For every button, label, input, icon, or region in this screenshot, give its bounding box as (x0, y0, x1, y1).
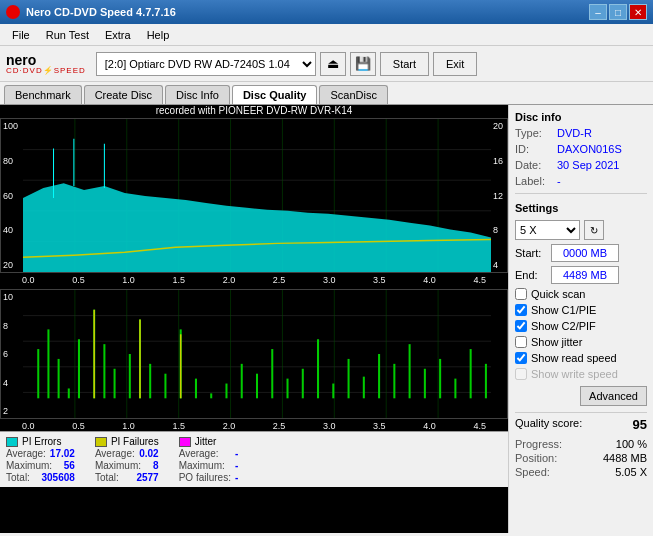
jitter-max: Maximum: - (179, 460, 239, 471)
pi-failures-total: Total: 2577 (95, 472, 159, 483)
progress-value: 100 % (616, 438, 647, 450)
top-chart-x-axis: 0.0 0.5 1.0 1.5 2.0 2.5 3.0 3.5 4.0 4.5 (0, 274, 508, 285)
quality-score-row: Quality score: 95 (515, 412, 647, 432)
start-field-label: Start: (515, 247, 547, 259)
y-bottom-6: 6 (3, 349, 21, 359)
quick-scan-row: Quick scan (515, 288, 647, 300)
disc-type-row: Type: DVD-R (515, 127, 647, 139)
minimize-button[interactable]: – (589, 4, 607, 20)
bottom-chart-y-right-spacer (491, 290, 507, 418)
bottom-chart-y-left: 10 8 6 4 2 (1, 290, 23, 418)
date-value: 30 Sep 2021 (557, 159, 619, 171)
menu-run-test[interactable]: Run Test (38, 27, 97, 43)
y-label-60: 60 (3, 191, 21, 201)
show-jitter-checkbox[interactable] (515, 336, 527, 348)
app-icon (6, 5, 20, 19)
show-write-speed-row: Show write speed (515, 368, 647, 380)
position-label: Position: (515, 452, 557, 464)
show-c1-pie-label: Show C1/PIE (531, 304, 596, 316)
y-label-20: 20 (3, 260, 21, 270)
logo-sub: CD·DVD⚡SPEED (6, 67, 86, 75)
y-bottom-8: 8 (3, 321, 21, 331)
jitter-po: PO failures: - (179, 472, 239, 483)
show-jitter-label: Show jitter (531, 336, 582, 348)
top-chart-svg (23, 119, 491, 272)
tab-create-disc[interactable]: Create Disc (84, 85, 163, 104)
quality-score-value: 95 (633, 417, 647, 432)
chart-title: recorded with PIONEER DVD-RW DVR-K14 (0, 105, 508, 116)
quick-scan-checkbox[interactable] (515, 288, 527, 300)
menu-help[interactable]: Help (139, 27, 178, 43)
maximize-button[interactable]: □ (609, 4, 627, 20)
tab-benchmark[interactable]: Benchmark (4, 85, 82, 104)
start-input[interactable] (551, 244, 619, 262)
type-label: Type: (515, 127, 553, 139)
tab-disc-info[interactable]: Disc Info (165, 85, 230, 104)
end-input[interactable] (551, 266, 619, 284)
show-c1-pie-checkbox[interactable] (515, 304, 527, 316)
disc-info-title: Disc info (515, 111, 647, 123)
legend-pi-errors-header: PI Errors (6, 436, 75, 447)
close-button[interactable]: ✕ (629, 4, 647, 20)
logo-nero: nero (6, 53, 36, 67)
show-c2-pif-checkbox[interactable] (515, 320, 527, 332)
save-icon-button[interactable]: 💾 (350, 52, 376, 76)
chart-container: recorded with PIONEER DVD-RW DVR-K14 100… (0, 105, 508, 533)
end-field-row: End: (515, 266, 647, 284)
eject-icon-button[interactable]: ⏏ (320, 52, 346, 76)
menu-bar: File Run Test Extra Help (0, 24, 653, 46)
pi-errors-color (6, 437, 18, 447)
y-right-4: 4 (493, 260, 505, 270)
progress-label: Progress: (515, 438, 562, 450)
y-label-40: 40 (3, 225, 21, 235)
window-controls[interactable]: – □ ✕ (589, 4, 647, 20)
id-value: DAXON016S (557, 143, 622, 155)
exit-button[interactable]: Exit (433, 52, 477, 76)
y-right-12: 12 (493, 191, 505, 201)
title-bar-left: Nero CD-DVD Speed 4.7.7.16 (6, 5, 176, 19)
end-field-label: End: (515, 269, 547, 281)
speed-row: 5 X ↻ (515, 220, 647, 240)
svg-marker-12 (23, 183, 491, 272)
speed-select[interactable]: 5 X (515, 220, 580, 240)
show-write-speed-checkbox (515, 368, 527, 380)
speed-value: 5.05 X (615, 466, 647, 478)
show-write-speed-label: Show write speed (531, 368, 618, 380)
menu-file[interactable]: File (4, 27, 38, 43)
y-label-80: 80 (3, 156, 21, 166)
pi-failures-average: Average: 0.02 (95, 448, 159, 459)
disc-date-row: Date: 30 Sep 2021 (515, 159, 647, 171)
y-bottom-10: 10 (3, 292, 21, 302)
refresh-icon-button[interactable]: ↻ (584, 220, 604, 240)
pi-errors-total: Total: 305608 (6, 472, 75, 483)
show-c2-pif-label: Show C2/PIF (531, 320, 596, 332)
bottom-chart: 10 8 6 4 2 (0, 289, 508, 419)
show-c1-pie-row: Show C1/PIE (515, 304, 647, 316)
legend-pi-failures: PI Failures Average: 0.02 Maximum: 8 Tot… (95, 436, 159, 483)
show-c2-pif-row: Show C2/PIF (515, 320, 647, 332)
pi-failures-label: PI Failures (111, 436, 159, 447)
start-field-row: Start: (515, 244, 647, 262)
tabs: Benchmark Create Disc Disc Info Disc Qua… (0, 82, 653, 105)
advanced-button[interactable]: Advanced (580, 386, 647, 406)
jitter-average: Average: - (179, 448, 239, 459)
top-chart-canvas (23, 119, 491, 272)
top-chart-y-right: 20 16 12 8 4 (491, 119, 507, 272)
speed-label: Speed: (515, 466, 550, 478)
date-label: Date: (515, 159, 553, 171)
settings-title: Settings (515, 202, 647, 214)
position-value: 4488 MB (603, 452, 647, 464)
show-read-speed-checkbox[interactable] (515, 352, 527, 364)
start-button[interactable]: Start (380, 52, 429, 76)
drive-select[interactable]: [2:0] Optiarc DVD RW AD-7240S 1.04 (96, 52, 316, 76)
pi-errors-max: Maximum: 56 (6, 460, 75, 471)
pi-failures-max: Maximum: 8 (95, 460, 159, 471)
y-bottom-4: 4 (3, 378, 21, 388)
speed-row-prog: Speed: 5.05 X (515, 466, 647, 478)
show-read-speed-row: Show read speed (515, 352, 647, 364)
tab-scan-disc[interactable]: ScanDisc (319, 85, 387, 104)
menu-extra[interactable]: Extra (97, 27, 139, 43)
toolbar: nero CD·DVD⚡SPEED [2:0] Optiarc DVD RW A… (0, 46, 653, 82)
tab-disc-quality[interactable]: Disc Quality (232, 85, 318, 104)
top-chart-y-left: 100 80 60 40 20 (1, 119, 23, 272)
